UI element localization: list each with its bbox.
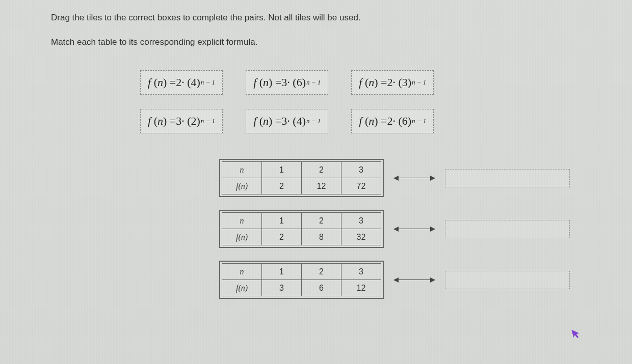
table-cell: 2 (262, 178, 302, 194)
table-cell: 2 (262, 229, 302, 245)
formula-drop-zone[interactable] (445, 271, 570, 289)
match-row: n 1 2 3 f(n) 3 6 12 (219, 261, 591, 299)
double-arrow-icon (394, 224, 435, 234)
table-cell: 1 (262, 213, 302, 229)
formula-tile[interactable]: f (n) = 3 · (4)n − 1 (246, 109, 328, 133)
tiles-row-1: f (n) = 2 · (4)n − 1 f (n) = 3 · (6)n − … (140, 70, 591, 95)
formula-tile[interactable]: f (n) = 2 · (6)n − 1 (351, 109, 434, 133)
tiles-container: f (n) = 2 · (4)n − 1 f (n) = 3 · (6)n − … (140, 70, 591, 133)
table-cell: 3 (262, 280, 302, 296)
table-cell: 12 (341, 280, 381, 296)
table-header-n: n (222, 213, 262, 229)
formula-drop-zone[interactable] (445, 220, 570, 238)
formula-tile[interactable]: f (n) = 2 · (3)n − 1 (351, 70, 434, 95)
formula-tile[interactable]: f (n) = 3 · (2)n − 1 (140, 109, 223, 133)
double-arrow-icon (394, 275, 435, 285)
table-cell: 3 (341, 162, 381, 178)
tiles-row-2: f (n) = 3 · (2)n − 1 f (n) = 3 · (4)n − … (140, 109, 591, 133)
cursor-icon (571, 327, 583, 342)
table-cell: 1 (262, 162, 302, 178)
table-cell: 12 (302, 178, 341, 194)
table-header-fn: f(n) (222, 229, 262, 245)
table-cell: 8 (302, 229, 341, 245)
table-cell: 1 (262, 264, 302, 280)
match-row: n 1 2 3 f(n) 2 12 72 (219, 159, 591, 197)
data-table[interactable]: n 1 2 3 f(n) 2 8 32 (219, 210, 384, 248)
formula-tile[interactable]: f (n) = 2 · (4)n − 1 (140, 70, 223, 95)
table-header-fn: f(n) (222, 178, 262, 194)
formula-tile[interactable]: f (n) = 3 · (6)n − 1 (246, 70, 328, 95)
matching-area: n 1 2 3 f(n) 2 12 72 (219, 159, 591, 299)
table-cell: 3 (341, 264, 381, 280)
table-cell: 6 (302, 280, 341, 296)
table-cell: 2 (302, 264, 341, 280)
subinstructions-text: Match each table to its corresponding ex… (51, 37, 591, 47)
table-cell: 32 (341, 229, 381, 245)
data-table[interactable]: n 1 2 3 f(n) 2 12 72 (219, 159, 384, 197)
table-cell: 2 (302, 213, 341, 229)
table-cell: 3 (341, 213, 381, 229)
table-cell: 72 (341, 178, 381, 194)
table-cell: 2 (302, 162, 341, 178)
instructions-text: Drag the tiles to the correct boxes to c… (51, 13, 591, 23)
double-arrow-icon (394, 173, 435, 183)
table-header-fn: f(n) (222, 280, 262, 296)
formula-drop-zone[interactable] (445, 169, 570, 187)
match-row: n 1 2 3 f(n) 2 8 32 (219, 210, 591, 248)
table-header-n: n (222, 162, 262, 178)
data-table[interactable]: n 1 2 3 f(n) 3 6 12 (219, 261, 384, 299)
table-header-n: n (222, 264, 262, 280)
